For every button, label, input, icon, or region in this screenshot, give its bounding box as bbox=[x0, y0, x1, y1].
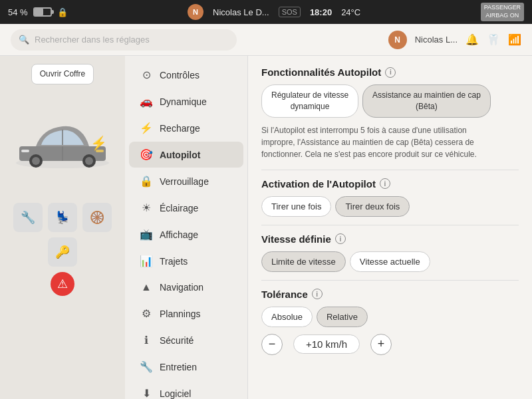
btn-relative[interactable]: Relative bbox=[317, 307, 368, 327]
battery-pct: 54 % bbox=[8, 7, 28, 17]
sidebar-label-autopilot: Autopilot bbox=[160, 150, 200, 160]
stepper-value-display: +10 km/h bbox=[293, 334, 360, 354]
controles-icon: ⊙ bbox=[140, 68, 153, 81]
sidebar-item-entretien[interactable]: 🔧 Entretien bbox=[129, 354, 243, 380]
autopilot-warning-text: Si l'Autopilot est interrompu 5 fois à c… bbox=[261, 124, 487, 160]
sidebar-item-controles[interactable]: ⊙ Contrôles bbox=[129, 62, 243, 88]
autopilot-features-title: Fonctionnalités Autopilot i bbox=[261, 66, 519, 78]
sidebar-item-autopilot[interactable]: 🎯 Autopilot bbox=[129, 142, 243, 168]
eclairage-icon: ☀ bbox=[140, 201, 153, 214]
recharge-icon: ⚡ bbox=[140, 122, 153, 134]
sidebar-label-eclairage: Éclairage bbox=[160, 203, 198, 213]
lock-icon: 🔒 bbox=[57, 7, 68, 17]
stepper-plus-button[interactable]: + bbox=[370, 334, 392, 355]
sidebar-item-affichage[interactable]: 📺 Affichage bbox=[129, 221, 243, 247]
navigation-icon: ▲ bbox=[140, 281, 153, 293]
autopilot-features-info-icon[interactable]: i bbox=[385, 67, 396, 78]
svg-point-4 bbox=[32, 157, 40, 165]
top-bar: 🔍 Rechercher dans les réglages N Nicolas… bbox=[0, 24, 532, 56]
sidebar-item-verrouillage[interactable]: 🔒 Verrouillage bbox=[129, 168, 243, 194]
icon-box-2: 💺 bbox=[48, 203, 77, 232]
sidebar-label-logiciel: Logiciel bbox=[160, 388, 191, 399]
btn-regulator[interactable]: Régulateur de vitessedynamique bbox=[261, 84, 358, 118]
top-bar-right: N Nicolas L... 🔔 🦷 📶 bbox=[388, 31, 521, 49]
securite-icon: ℹ bbox=[140, 334, 153, 346]
signal-icon: 📶 bbox=[508, 33, 521, 46]
bluetooth-icon[interactable]: 🦷 bbox=[487, 33, 500, 46]
battery-icon bbox=[33, 7, 52, 17]
btn-vitesse-actuelle[interactable]: Vitesse actuelle bbox=[350, 251, 430, 272]
sidebar-item-plannings[interactable]: ⚙ Plannings bbox=[129, 301, 243, 327]
stepper-minus-button[interactable]: − bbox=[261, 334, 283, 355]
btn-tirer-une-fois[interactable]: Tirer une fois bbox=[261, 196, 331, 217]
svg-rect-8 bbox=[21, 150, 29, 152]
car-image: ⚡ bbox=[6, 90, 119, 196]
sidebar-label-recharge: Recharge bbox=[160, 123, 200, 134]
open-trunk-button[interactable]: Ouvrir Coffre bbox=[31, 64, 94, 84]
airbag-badge: PASSENGERAIRBAG ON bbox=[481, 3, 524, 21]
logiciel-icon: ⬇ bbox=[140, 387, 153, 399]
stepper-row: − +10 km/h + bbox=[261, 334, 519, 355]
status-bar: 54 % 🔒 N Nicolas Le D... SOS 18:20 24°C … bbox=[0, 0, 532, 24]
plannings-icon: ⚙ bbox=[140, 307, 153, 320]
btn-tirer-deux-fois[interactable]: Tirer deux fois bbox=[335, 196, 410, 217]
sidebar: ⊙ Contrôles 🚗 Dynamique ⚡ Recharge 🎯 Aut… bbox=[125, 56, 248, 399]
sidebar-label-trajets: Trajets bbox=[160, 256, 188, 267]
sidebar-label-controles: Contrôles bbox=[160, 70, 200, 80]
time-display: 18:20 bbox=[310, 7, 332, 17]
divider-2 bbox=[261, 225, 519, 225]
driver-name: Nicolas Le D... bbox=[213, 7, 269, 17]
search-icon: 🔍 bbox=[19, 35, 29, 45]
sidebar-label-affichage: Affichage bbox=[160, 229, 198, 240]
status-left: 54 % 🔒 bbox=[8, 7, 68, 17]
sidebar-item-eclairage[interactable]: ☀ Éclairage bbox=[129, 195, 243, 221]
status-center: N Nicolas Le D... SOS 18:20 24°C bbox=[188, 4, 360, 20]
activation-info-icon[interactable]: i bbox=[380, 178, 390, 189]
search-box[interactable]: 🔍 Rechercher dans les réglages bbox=[11, 29, 237, 51]
icon-box-4: 🔑 bbox=[48, 237, 77, 267]
icon-box-1: 🔧 bbox=[13, 203, 43, 232]
user-label: Nicolas L... bbox=[415, 35, 458, 45]
vitesse-title: Vitesse définie i bbox=[261, 233, 519, 245]
user-avatar: N bbox=[388, 31, 407, 49]
sidebar-label-verrouillage: Verrouillage bbox=[160, 176, 209, 187]
sidebar-item-trajets[interactable]: 📊 Trajets bbox=[129, 248, 243, 274]
btn-assistance[interactable]: Assistance au maintien de cap(Bêta) bbox=[362, 84, 491, 118]
divider-3 bbox=[261, 280, 519, 281]
vitesse-info-icon[interactable]: i bbox=[335, 233, 346, 244]
svg-point-6 bbox=[85, 157, 93, 165]
bottom-icons: 🔧 💺 🛞 🔑 bbox=[0, 203, 125, 267]
sidebar-item-navigation[interactable]: ▲ Navigation bbox=[129, 275, 243, 300]
btn-absolue[interactable]: Absolue bbox=[261, 307, 313, 327]
driver-avatar-small: N bbox=[188, 4, 203, 20]
autopilot-icon: 🎯 bbox=[140, 148, 153, 161]
tolerance-title: Tolérance i bbox=[261, 289, 519, 300]
activation-buttons: Tirer une fois Tirer deux fois bbox=[261, 196, 519, 217]
main-screen: 🔍 Rechercher dans les réglages N Nicolas… bbox=[0, 24, 532, 399]
settings-panel: Fonctionnalités Autopilot i Régulateur d… bbox=[248, 56, 532, 399]
btn-limite-vitesse[interactable]: Limite de vitesse bbox=[261, 251, 346, 272]
sidebar-item-recharge[interactable]: ⚡ Recharge bbox=[129, 115, 243, 141]
sos-label: SOS bbox=[279, 7, 301, 17]
temperature-display: 24°C bbox=[341, 7, 360, 17]
left-panel: Ouvrir Coffre bbox=[0, 56, 125, 399]
icon-box-3: 🛞 bbox=[82, 203, 112, 232]
dynamique-icon: 🚗 bbox=[140, 95, 153, 108]
verrouillage-icon: 🔒 bbox=[140, 175, 153, 188]
hazard-button[interactable]: ⚠ bbox=[51, 272, 74, 296]
sidebar-item-dynamique[interactable]: 🚗 Dynamique bbox=[129, 88, 243, 114]
affichage-icon: 📺 bbox=[140, 228, 153, 241]
autopilot-features-buttons: Régulateur de vitessedynamique Assistanc… bbox=[261, 84, 519, 118]
sidebar-label-plannings: Plannings bbox=[160, 309, 201, 319]
sidebar-label-entretien: Entretien bbox=[160, 362, 197, 372]
activation-title: Activation de l'Autopilot i bbox=[261, 178, 519, 190]
tolerance-info-icon[interactable]: i bbox=[312, 289, 323, 299]
sidebar-label-securite: Sécurité bbox=[160, 335, 194, 346]
tolerance-buttons: Absolue Relative bbox=[261, 307, 519, 327]
bell-icon[interactable]: 🔔 bbox=[466, 33, 479, 46]
sidebar-item-logiciel[interactable]: ⬇ Logiciel bbox=[129, 380, 243, 399]
sidebar-label-dynamique: Dynamique bbox=[160, 96, 207, 107]
divider-1 bbox=[261, 170, 519, 170]
sidebar-item-securite[interactable]: ℹ Sécurité bbox=[129, 327, 243, 353]
search-placeholder: Rechercher dans les réglages bbox=[35, 35, 150, 45]
